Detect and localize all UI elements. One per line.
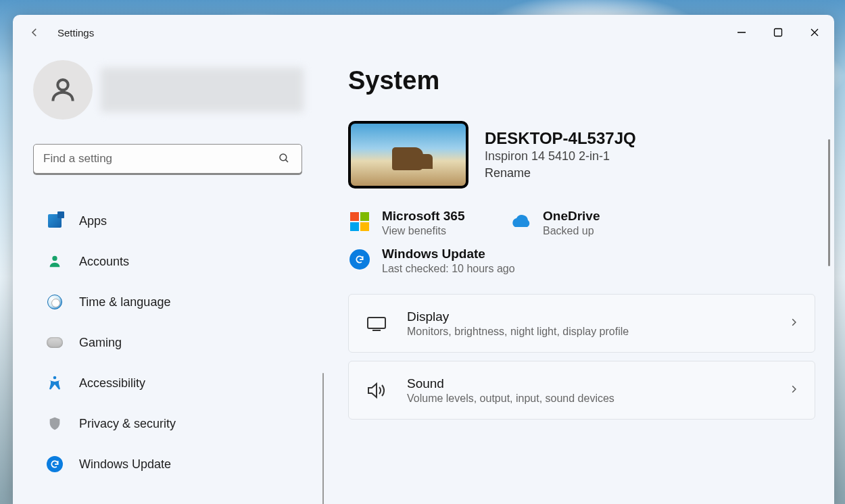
page-title: System [348, 66, 815, 95]
sidebar-item-apps[interactable]: Apps [33, 201, 304, 241]
chevron-right-icon [789, 384, 798, 397]
svg-point-5 [52, 256, 57, 261]
minimize-button[interactable] [735, 26, 748, 39]
device-model: Inspiron 14 5410 2-in-1 [485, 149, 636, 163]
setting-row-sound[interactable]: Sound Volume levels, output, input, soun… [348, 361, 815, 420]
sidebar-item-label: Gaming [79, 336, 122, 350]
device-name: DESKTOP-4L537JQ [485, 129, 636, 148]
sidebar: Apps Accounts Time & language Gaming Acc… [13, 50, 324, 504]
svg-rect-1 [775, 29, 782, 36]
search-input[interactable] [33, 144, 302, 174]
display-icon [365, 312, 388, 335]
windows-update-icon [47, 456, 63, 472]
microsoft365-icon [348, 210, 371, 233]
sidebar-item-label: Accessibility [79, 376, 145, 390]
status-microsoft365[interactable]: Microsoft 365 View benefits [348, 209, 490, 237]
setting-title: Sound [407, 376, 614, 391]
sidebar-item-accessibility[interactable]: Accessibility [33, 363, 304, 403]
sidebar-item-label: Accounts [79, 255, 129, 269]
status-subtitle: View benefits [382, 225, 464, 237]
status-title: OneDrive [543, 209, 600, 224]
device-summary: DESKTOP-4L537JQ Inspiron 14 5410 2-in-1 … [348, 121, 815, 188]
status-title: Windows Update [382, 247, 515, 261]
sidebar-item-time-language[interactable]: Time & language [33, 282, 304, 322]
settings-list: Display Monitors, brightness, night ligh… [348, 294, 815, 420]
main-content: System DESKTOP-4L537JQ Inspiron 14 5410 … [324, 50, 834, 504]
status-subtitle: Backed up [543, 225, 600, 237]
apps-icon [47, 213, 63, 229]
svg-rect-8 [368, 318, 385, 328]
chevron-right-icon [789, 318, 798, 330]
accessibility-icon [47, 375, 63, 391]
window-controls [735, 26, 821, 39]
svg-line-4 [285, 159, 288, 162]
status-onedrive[interactable]: OneDrive Backed up [509, 209, 651, 237]
onedrive-icon [509, 210, 532, 233]
back-button[interactable] [26, 24, 43, 41]
nav-list: Apps Accounts Time & language Gaming Acc… [33, 201, 304, 484]
time-language-icon [47, 294, 63, 310]
sidebar-item-label: Windows Update [79, 457, 171, 472]
privacy-icon [47, 415, 63, 432]
search-wrap [33, 144, 304, 174]
main-scroll-indicator[interactable] [828, 139, 830, 266]
window-title: Settings [57, 27, 94, 39]
sidebar-item-label: Time & language [79, 295, 170, 309]
search-icon [278, 152, 290, 167]
svg-point-6 [53, 376, 57, 380]
setting-row-display[interactable]: Display Monitors, brightness, night ligh… [348, 294, 815, 353]
setting-desc: Monitors, brightness, night light, displ… [407, 326, 629, 338]
sound-icon [365, 379, 388, 402]
status-title: Microsoft 365 [382, 209, 464, 224]
profile-name-redacted [101, 68, 304, 112]
status-subtitle: Last checked: 10 hours ago [382, 263, 515, 275]
settings-window: Settings Apps [13, 15, 834, 504]
titlebar: Settings [13, 15, 834, 50]
rename-link[interactable]: Rename [485, 166, 636, 180]
profile-section[interactable] [33, 60, 304, 120]
setting-desc: Volume levels, output, input, sound devi… [407, 393, 614, 405]
avatar [33, 60, 93, 120]
status-windows-update[interactable]: Windows Update Last checked: 10 hours ag… [348, 247, 515, 275]
setting-title: Display [407, 309, 629, 324]
maximize-button[interactable] [772, 26, 784, 39]
svg-point-2 [57, 80, 68, 90]
sidebar-item-gaming[interactable]: Gaming [33, 322, 304, 363]
sidebar-item-label: Apps [79, 214, 107, 228]
gaming-icon [47, 334, 63, 351]
close-button[interactable] [808, 26, 821, 39]
svg-point-3 [280, 154, 287, 161]
sidebar-item-label: Privacy & security [79, 417, 176, 431]
sidebar-item-privacy-security[interactable]: Privacy & security [33, 403, 304, 444]
sidebar-item-windows-update[interactable]: Windows Update [33, 444, 304, 484]
sidebar-item-accounts[interactable]: Accounts [33, 241, 304, 282]
windows-update-status-icon [348, 248, 371, 271]
device-thumbnail [348, 121, 468, 188]
accounts-icon [47, 253, 63, 270]
